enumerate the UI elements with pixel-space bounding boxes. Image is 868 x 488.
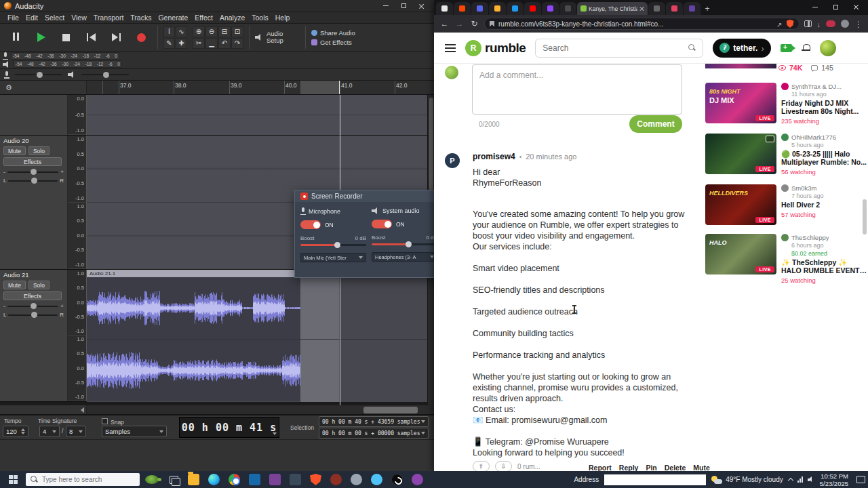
video-thumbnail-partial[interactable] xyxy=(705,64,776,68)
timeline-playhead[interactable] xyxy=(339,81,340,94)
notifications-bell-icon[interactable] xyxy=(802,43,810,52)
search-icon[interactable] xyxy=(688,44,696,52)
comment-action-link[interactable]: Delete xyxy=(665,464,686,471)
related-video-item[interactable]: HALO LIVE TheSchleppy 6 hours ago $0.02 … xyxy=(705,234,868,277)
skip-to-start-button[interactable] xyxy=(81,27,102,48)
audio-setup-button[interactable]: Audio Setup xyxy=(255,30,300,44)
taskbar-clock[interactable]: 10:52 PM 5/23/2025 xyxy=(820,472,848,487)
related-video-item[interactable]: HELLDIVERS LIVE Sm0k3m 7 hours ago Hell … xyxy=(705,184,868,228)
trim-audio-button[interactable] xyxy=(193,38,205,49)
microphone-toggle[interactable] xyxy=(300,220,321,229)
menu-item[interactable]: Help xyxy=(272,14,294,22)
browser-tab[interactable]: C xyxy=(524,2,541,15)
video-title[interactable]: Hell Diver 2 xyxy=(781,201,867,209)
browser-tab[interactable]: U xyxy=(542,2,559,15)
url-text[interactable]: rumble.com/v6ts83p-kanye-the-christian-c… xyxy=(498,20,772,28)
comment-avatar[interactable]: P xyxy=(445,153,460,168)
mute-button[interactable]: Mute xyxy=(3,146,26,155)
gain-slider[interactable] xyxy=(7,171,59,173)
selection-tool-button[interactable] xyxy=(163,26,175,37)
start-button[interactable] xyxy=(0,471,26,488)
undo-button[interactable] xyxy=(218,38,231,49)
skip-to-end-button[interactable] xyxy=(106,27,127,48)
user-avatar[interactable] xyxy=(820,40,836,56)
tempo-spinner[interactable] xyxy=(21,428,25,434)
system-audio-boost-slider[interactable] xyxy=(372,243,437,245)
menu-item[interactable]: Tools xyxy=(248,14,272,22)
scroll-left-button[interactable] xyxy=(78,406,86,414)
tab-close-icon[interactable] xyxy=(639,6,644,11)
menu-item[interactable]: Tracks xyxy=(127,14,155,22)
audacity-maximize-button[interactable] xyxy=(395,1,412,11)
video-thumbnail[interactable]: HELLDIVERS LIVE xyxy=(705,184,776,225)
volume-icon[interactable] xyxy=(808,476,814,483)
waveform-channel-left[interactable] xyxy=(87,277,434,340)
share-icon[interactable] xyxy=(776,18,782,30)
video-title[interactable]: 🟢 05-23-25 ||||| Halo Multiplayer Rumble… xyxy=(781,150,867,166)
edge-icon[interactable] xyxy=(208,474,220,485)
rumble-logo[interactable]: R rumble xyxy=(465,40,526,56)
brave-shield-icon[interactable] xyxy=(787,20,794,28)
menu-item[interactable]: Effect xyxy=(191,14,216,22)
tray-expand-icon[interactable] xyxy=(787,478,793,483)
scrollbar-trough[interactable] xyxy=(87,405,434,414)
timeline-ruler[interactable]: 37.0 38.0 39.0 40.0 41.0 42.0 xyxy=(87,81,434,94)
microphone-boost-slider[interactable] xyxy=(300,244,366,246)
comment-action-link[interactable]: Reply xyxy=(619,464,639,471)
menu-item[interactable]: Analyze xyxy=(216,14,248,22)
pan-slider[interactable] xyxy=(8,314,58,316)
download-icon[interactable] xyxy=(817,18,821,30)
browser-tab[interactable]: Su xyxy=(489,2,506,15)
effects-button[interactable]: Effects xyxy=(3,157,62,166)
waveform-canvas[interactable] xyxy=(87,277,300,339)
timeline-options-button[interactable]: ⚙ xyxy=(0,81,87,94)
menu-item[interactable]: Generate xyxy=(155,14,191,22)
menu-item[interactable]: Transport xyxy=(90,14,127,22)
waveform-channel-right[interactable] xyxy=(87,340,434,402)
comment-action-link[interactable]: Pin xyxy=(646,464,656,471)
menu-item[interactable]: File xyxy=(4,14,22,22)
browser-tab[interactable]: Th xyxy=(507,2,524,15)
comment-submit-button[interactable]: Comment xyxy=(629,115,682,133)
snap-mode-select[interactable]: Samples xyxy=(102,426,167,437)
solo-button[interactable]: Solo xyxy=(28,281,50,289)
reload-button[interactable] xyxy=(469,19,479,28)
audacity-close-button[interactable] xyxy=(412,1,430,11)
upvote-button[interactable]: ⇧ xyxy=(473,461,490,471)
system-audio-device-select[interactable]: Headphones (3- A xyxy=(372,252,437,262)
share-audio-button[interactable]: Share Audio xyxy=(311,29,355,37)
taskbar-app-icon[interactable] xyxy=(269,474,281,485)
pause-button[interactable] xyxy=(5,27,26,48)
channel-name[interactable]: Sm0k3m xyxy=(791,184,816,192)
playback-meter[interactable]: -54-48-42-36-30-24-18-12-60 xyxy=(14,60,122,68)
browser-tab[interactable]: E xyxy=(648,2,665,15)
scrollbar-thumb[interactable] xyxy=(363,407,418,413)
browser-tab[interactable]: Ch xyxy=(471,2,488,15)
obs-icon[interactable] xyxy=(391,474,403,485)
channel-name[interactable]: OhHilMark1776 xyxy=(791,134,836,141)
tether-widget[interactable]: tether. xyxy=(713,39,770,58)
track-name[interactable]: Audio 20 xyxy=(3,137,64,144)
browser-tab[interactable]: In xyxy=(454,2,471,15)
stop-button[interactable] xyxy=(56,27,77,48)
recording-volume-slider[interactable] xyxy=(15,74,62,75)
file-explorer-icon[interactable] xyxy=(188,474,199,485)
upload-video-button[interactable] xyxy=(781,44,792,52)
browser-close-button[interactable] xyxy=(846,0,866,14)
channel-name[interactable]: TheSchleppy xyxy=(791,234,829,241)
browser-tab[interactable]: E xyxy=(559,2,576,15)
vertical-ruler[interactable]: 1.00.50.0-0.5-1.0 1.00.50.0-0.5-1.0 xyxy=(68,136,87,269)
taskbar-app-icon[interactable] xyxy=(371,474,382,485)
taskbar-search-input[interactable] xyxy=(42,476,135,483)
gain-slider[interactable] xyxy=(7,306,59,307)
redo-button[interactable] xyxy=(231,38,243,49)
taskbar-search[interactable] xyxy=(26,473,140,486)
downvote-button[interactable]: ⇩ xyxy=(495,461,512,471)
address-toolbar-input[interactable] xyxy=(604,474,706,485)
search-input[interactable] xyxy=(542,43,684,53)
video-thumbnail[interactable]: 80s NIGHT DJ MIX LIVE xyxy=(705,83,776,123)
related-video-item[interactable]: 80s NIGHT DJ MIX LIVE SynthTrax & DJ... … xyxy=(705,83,868,126)
track-waveform-area[interactable]: Audio 21.1 xyxy=(87,270,434,401)
track-header[interactable]: Audio 20 Mute Solo Effects - + L R xyxy=(0,136,68,269)
video-title[interactable]: Friday Night DJ MIX Livestream 80s Night… xyxy=(781,99,867,115)
